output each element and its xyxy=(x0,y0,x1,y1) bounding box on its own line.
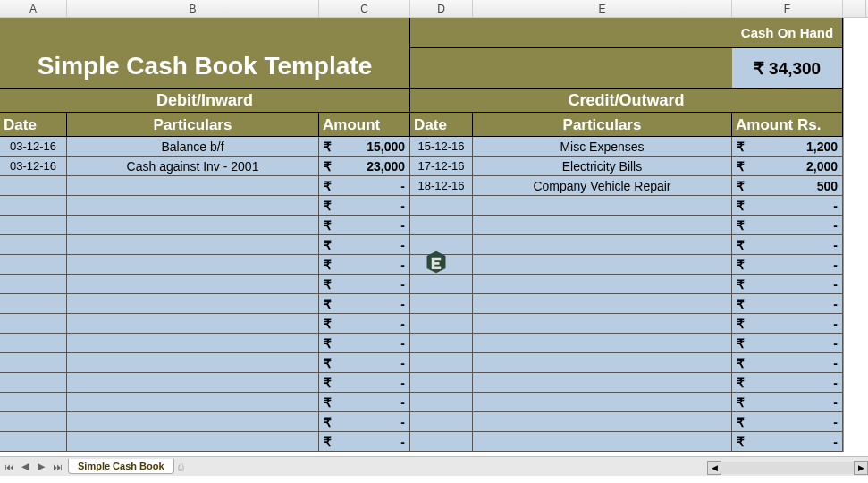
credit-amount-cell[interactable]: ₹- xyxy=(732,294,843,314)
debit-amount-cell[interactable]: ₹- xyxy=(319,373,410,393)
debit-amount-cell[interactable]: ₹- xyxy=(319,235,410,255)
credit-date-cell[interactable] xyxy=(410,334,473,353)
debit-amount-cell[interactable]: ₹- xyxy=(319,393,410,412)
credit-particulars-cell[interactable] xyxy=(473,294,732,314)
debit-particulars-cell[interactable] xyxy=(67,353,319,373)
credit-amount-cell[interactable]: ₹1,200 xyxy=(732,137,843,157)
credit-amount-cell[interactable]: ₹- xyxy=(732,235,843,255)
debit-particulars-cell[interactable] xyxy=(67,432,319,452)
credit-amount-cell[interactable]: ₹500 xyxy=(732,176,843,196)
tab-next-icon[interactable]: ▶ xyxy=(34,460,48,474)
scroll-track[interactable] xyxy=(721,462,854,474)
credit-date-cell[interactable] xyxy=(410,432,473,452)
debit-date-cell[interactable] xyxy=(0,353,67,373)
credit-date-cell[interactable] xyxy=(410,275,473,294)
debit-particulars-cell[interactable]: Balance b/f xyxy=(67,137,319,157)
debit-particulars-cell[interactable] xyxy=(67,176,319,196)
debit-date-cell[interactable] xyxy=(0,412,67,432)
credit-amount-cell[interactable]: ₹- xyxy=(732,412,843,432)
credit-particulars-cell[interactable] xyxy=(473,235,732,255)
debit-amount-cell[interactable]: ₹- xyxy=(319,334,410,353)
credit-particulars-cell[interactable] xyxy=(473,334,732,353)
credit-particulars-cell[interactable] xyxy=(473,196,732,216)
credit-date-cell[interactable] xyxy=(410,235,473,255)
credit-particulars-cell[interactable] xyxy=(473,393,732,412)
debit-amount-cell[interactable]: ₹- xyxy=(319,216,410,235)
debit-date-cell[interactable] xyxy=(0,294,67,314)
debit-date-cell[interactable] xyxy=(0,373,67,393)
credit-date-cell[interactable] xyxy=(410,216,473,235)
debit-amount-cell[interactable]: ₹- xyxy=(319,432,410,452)
credit-amount-cell[interactable]: ₹2,000 xyxy=(732,157,843,176)
credit-particulars-cell[interactable] xyxy=(473,373,732,393)
debit-amount-cell[interactable]: ₹23,000 xyxy=(319,157,410,176)
credit-date-cell[interactable] xyxy=(410,393,473,412)
credit-particulars-cell[interactable]: Electricity Bills xyxy=(473,157,732,176)
tab-last-icon[interactable]: ⏭ xyxy=(50,460,64,474)
debit-amount-cell[interactable]: ₹- xyxy=(319,412,410,432)
credit-date-cell[interactable] xyxy=(410,373,473,393)
col-F[interactable]: F xyxy=(732,0,843,17)
debit-particulars-cell[interactable] xyxy=(67,275,319,294)
credit-particulars-cell[interactable] xyxy=(473,432,732,452)
debit-date-cell[interactable]: 03-12-16 xyxy=(0,157,67,176)
debit-date-cell[interactable] xyxy=(0,196,67,216)
col-B[interactable]: B xyxy=(67,0,319,17)
tab-first-icon[interactable]: ⏮ xyxy=(2,460,16,474)
credit-amount-cell[interactable]: ₹- xyxy=(732,216,843,235)
debit-amount-cell[interactable]: ₹- xyxy=(319,275,410,294)
debit-amount-cell[interactable]: ₹15,000 xyxy=(319,137,410,157)
debit-particulars-cell[interactable] xyxy=(67,334,319,353)
scroll-left-icon[interactable]: ◀ xyxy=(707,461,721,475)
credit-date-cell[interactable] xyxy=(410,255,473,275)
debit-date-cell[interactable] xyxy=(0,275,67,294)
credit-particulars-cell[interactable] xyxy=(473,353,732,373)
debit-date-cell[interactable] xyxy=(0,176,67,196)
credit-date-cell[interactable] xyxy=(410,353,473,373)
col-E[interactable]: E xyxy=(473,0,732,17)
credit-amount-cell[interactable]: ₹- xyxy=(732,196,843,216)
debit-particulars-cell[interactable] xyxy=(67,294,319,314)
debit-amount-cell[interactable]: ₹- xyxy=(319,196,410,216)
debit-amount-cell[interactable]: ₹- xyxy=(319,255,410,275)
debit-date-cell[interactable] xyxy=(0,216,67,235)
debit-amount-cell[interactable]: ₹- xyxy=(319,353,410,373)
debit-date-cell[interactable] xyxy=(0,255,67,275)
debit-date-cell[interactable] xyxy=(0,235,67,255)
credit-particulars-cell[interactable] xyxy=(473,314,732,334)
col-A[interactable]: A xyxy=(0,0,67,17)
credit-date-cell[interactable]: 17-12-16 xyxy=(410,157,473,176)
debit-date-cell[interactable]: 03-12-16 xyxy=(0,137,67,157)
credit-amount-cell[interactable]: ₹- xyxy=(732,334,843,353)
debit-date-cell[interactable] xyxy=(0,334,67,353)
new-sheet-icon[interactable]: ⎙ xyxy=(178,462,184,472)
credit-date-cell[interactable] xyxy=(410,314,473,334)
debit-particulars-cell[interactable] xyxy=(67,196,319,216)
debit-particulars-cell[interactable] xyxy=(67,235,319,255)
tab-prev-icon[interactable]: ◀ xyxy=(18,460,32,474)
credit-amount-cell[interactable]: ₹- xyxy=(732,432,843,452)
credit-particulars-cell[interactable]: Company Vehicle Repair xyxy=(473,176,732,196)
credit-date-cell[interactable]: 18-12-16 xyxy=(410,176,473,196)
scroll-right-icon[interactable]: ▶ xyxy=(854,461,868,475)
credit-amount-cell[interactable]: ₹- xyxy=(732,393,843,412)
horizontal-scrollbar[interactable]: ◀ ▶ xyxy=(707,460,868,476)
credit-particulars-cell[interactable] xyxy=(473,275,732,294)
col-D[interactable]: D xyxy=(410,0,473,17)
credit-date-cell[interactable] xyxy=(410,412,473,432)
credit-amount-cell[interactable]: ₹- xyxy=(732,353,843,373)
credit-particulars-cell[interactable] xyxy=(473,412,732,432)
debit-date-cell[interactable] xyxy=(0,314,67,334)
debit-particulars-cell[interactable] xyxy=(67,314,319,334)
debit-amount-cell[interactable]: ₹- xyxy=(319,314,410,334)
credit-date-cell[interactable] xyxy=(410,196,473,216)
credit-particulars-cell[interactable] xyxy=(473,216,732,235)
debit-particulars-cell[interactable] xyxy=(67,412,319,432)
debit-date-cell[interactable] xyxy=(0,393,67,412)
credit-amount-cell[interactable]: ₹- xyxy=(732,373,843,393)
debit-particulars-cell[interactable] xyxy=(67,393,319,412)
credit-amount-cell[interactable]: ₹- xyxy=(732,275,843,294)
debit-particulars-cell[interactable] xyxy=(67,216,319,235)
debit-amount-cell[interactable]: ₹- xyxy=(319,294,410,314)
credit-particulars-cell[interactable]: Misc Expenses xyxy=(473,137,732,157)
